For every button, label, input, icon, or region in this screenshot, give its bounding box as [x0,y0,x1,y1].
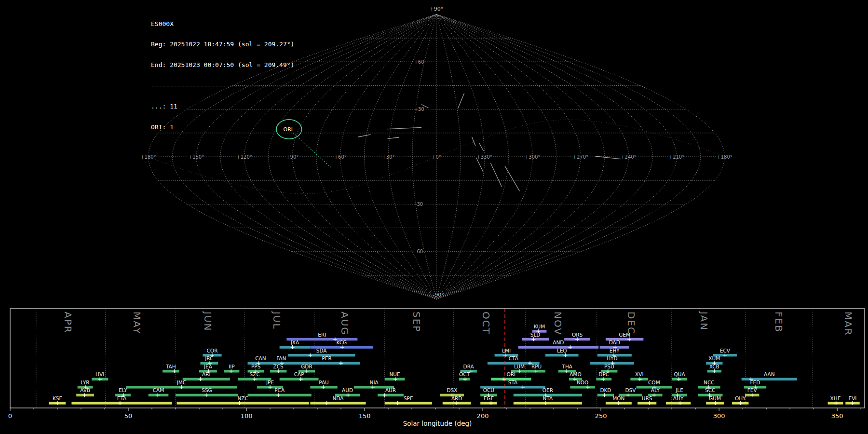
shower-label-kum: KUM [534,324,545,329]
peak-marker-xhe [834,401,838,405]
shower-label-jea: JEA [203,364,213,369]
peak-marker-iip [229,369,233,373]
shower-bar-nta [514,402,582,405]
meteor-trail [596,156,621,159]
shower-label-tah: TAH [165,364,176,369]
shower-label-xcb: XCB [709,364,719,369]
end-time: End: 20251023 00:07:50 (sol = 209.49°) [151,62,294,68]
shower-label-ard: ARD [451,395,462,401]
shower-label-urs: URS [642,395,652,401]
shower-label-eri: ERI [318,332,326,338]
shower-label-gum: GUM [709,395,721,401]
peak-marker-kcg [340,345,344,349]
shower-label-pca: PCA [274,387,285,393]
peak-marker-kse [55,401,59,405]
shower-label-oct: OCT [459,371,470,377]
shower-label-ocu: OCU [483,387,494,393]
shower-label-aan: AAN [764,371,775,377]
shower-label-fan: FAN [276,355,286,361]
south-pole-label: -90° [433,292,444,298]
peak-marker-ege [489,401,493,405]
meteor-trail [358,135,370,137]
meteor-trail [505,166,519,190]
shower-bar-ari [183,378,230,381]
shower-label-ehy: EHY [610,348,620,353]
x-tick-label: 300 [713,412,725,420]
shower-bar-tah [163,370,179,373]
month-label-nov: NOV [552,312,564,336]
peak-marker-ohy [738,401,742,405]
peak-marker-gum [714,401,718,405]
x-tick-label: 0 [8,412,12,420]
ecliptic-longitude-label: +120° [236,154,252,160]
ecliptic-longitude-label: +270° [573,154,588,160]
peak-marker-ari [198,377,202,381]
shower-label-can: CAN [255,355,266,361]
peak-marker-jpe [268,385,272,389]
month-label-jan: JAN [698,311,710,331]
ecliptic-latitude-label: -30 [415,202,423,207]
peak-marker-aud [346,393,350,397]
peak-marker-ard [455,401,459,405]
meteor-trail [388,127,421,129]
peak-marker-ors [575,338,579,341]
shower-label-nue: NUE [389,371,400,377]
ecliptic-longitude-label: +210° [669,154,684,160]
ecliptic-longitude-label: +30° [382,154,394,160]
shower-label-fev: FEV [747,387,758,393]
ecliptic-longitude-label: +330° [476,154,492,160]
shower-label-dkd: DKD [600,387,611,393]
shower-label-lyr: LYR [81,380,90,385]
shower-label-gdr: GDR [301,364,312,369]
station-code: ES000X [151,21,294,27]
peak-marker-ssg [204,393,208,397]
peak-marker-cap [299,377,303,381]
shower-label-aly: ALY [651,387,660,393]
peak-marker-nia [371,385,375,389]
peak-marker-nzc [237,401,241,405]
peak-marker-mon [617,401,621,405]
shower-label-avb: AVB [80,387,90,393]
peak-marker-zcs [276,369,280,373]
month-label-sep: SEP [411,312,422,332]
shower-label-ari: ARI [202,371,211,377]
shower-label-psu: PSU [604,364,614,369]
shower-label-ohy: OHY [735,395,746,401]
peak-marker-jmc [179,385,183,389]
shower-label-mon: MON [612,395,624,401]
shower-label-pau: PAU [319,380,329,385]
peak-marker-cam [156,393,160,397]
x-tick-label: 50 [124,412,133,420]
meteor-trail [458,94,464,108]
peak-marker-oct [463,377,467,381]
shower-label-oer: OER [542,387,553,393]
month-label-apr: APR [62,312,74,334]
shower-bar-aur [378,394,404,397]
x-tick-label: 200 [477,412,489,420]
peak-marker-tha [565,369,569,373]
month-label-jun: JUN [202,311,214,332]
x-tick-label: 250 [595,412,607,420]
shower-label-ori: ORI [507,371,516,377]
peak-marker-jxa [291,345,295,349]
shower-label-qua: QUA [674,371,685,377]
meteor-trail [476,158,483,172]
shower-label-xvi: XVI [635,371,643,377]
peak-marker-leo [564,353,568,357]
begin-time: Beg: 20251022 18:47:59 (sol = 209.27°) [151,41,294,48]
graticule-meridian [365,14,436,299]
x-tick-label: 100 [241,412,253,420]
shower-label-nzc: NZC [237,395,248,401]
meteor-trail [491,163,502,187]
shower-label-aud: AUD [342,387,353,393]
shower-label-jmc: JMC [176,380,187,385]
peak-marker-gdr [305,369,309,373]
shower-label-sld: SLD [530,332,541,338]
shower-label-xhe: XHE [830,395,841,401]
shower-label-eta: ETA [117,395,127,401]
month-label-jul: JUL [271,311,283,330]
shower-label-nta: NTA [543,395,553,401]
shower-label-ssg: SSG [202,387,212,393]
shower-label-iip: IIP [229,364,235,369]
shower-bar-spe [385,402,432,405]
